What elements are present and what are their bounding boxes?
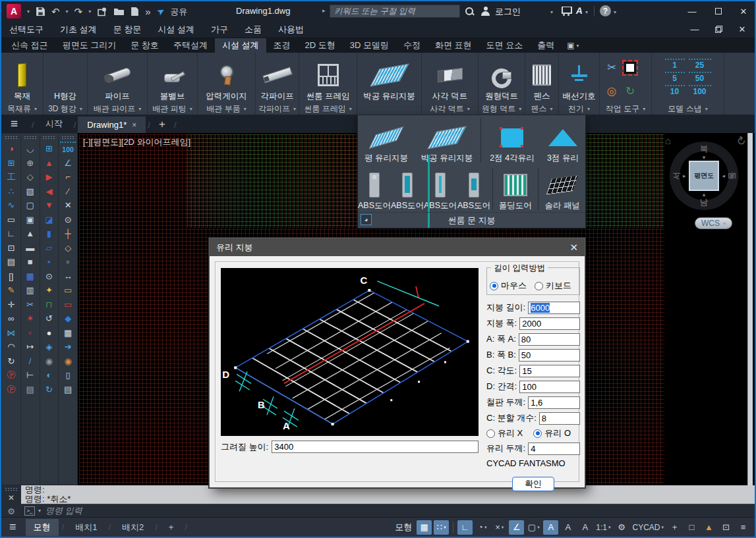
field-input-1[interactable]: 2000 [519, 317, 580, 330]
ribbon-group-배관 피팅[interactable]: 배관 피팅▾ [148, 103, 197, 115]
help-icon[interactable]: ? [600, 5, 611, 16]
polar-tracking-icon[interactable]: ◔▾ [475, 520, 490, 535]
command-settings-icon[interactable]: ⚙ [7, 506, 15, 516]
wipeout-icon[interactable] [624, 62, 636, 74]
fillet-icon[interactable]: ◠ [3, 340, 19, 354]
point-snap-icon[interactable]: ▫ [60, 255, 76, 269]
clean-screen-icon[interactable]: ⊡ [718, 520, 734, 535]
ribbon-group-작업 도구[interactable]: 작업 도구▾ [600, 103, 651, 115]
ribbon-tool-펜스[interactable]: 펜스 [525, 53, 558, 103]
export-3d-icon[interactable]: ◈ [41, 340, 57, 354]
design-center-icon[interactable]: ◑ [3, 142, 19, 156]
ok-button[interactable]: 확인 [512, 477, 554, 491]
undo-dropdown-icon[interactable]: ▾ [66, 9, 69, 14]
annotation-scale-icon[interactable]: A [577, 520, 593, 535]
scissors-icon[interactable]: ✂ [22, 298, 38, 312]
double-panel-icon[interactable]: ▮ [41, 227, 57, 241]
circle-center-icon[interactable]: ⊕ [22, 156, 38, 171]
model-snap-50-button[interactable]: 50 [689, 72, 711, 83]
flyout-item-평 유리지붕[interactable]: 평 유리지붕 [358, 115, 415, 165]
layout-tab-배치2[interactable]: 배치2 [114, 519, 152, 536]
ribbon-tool-배선기호[interactable]: 배선기호 [559, 53, 599, 103]
minimize-button[interactable]: — [682, 4, 702, 18]
ribbon-group-배관 부품[interactable]: 배관 부품▾ [198, 103, 255, 115]
field-input-4[interactable]: 15 [519, 365, 580, 377]
orbit-icon[interactable]: ↺ [41, 311, 57, 326]
radio-option-키보드[interactable]: 키보드 [535, 280, 571, 292]
quick-view-icon[interactable]: ✦ [41, 283, 57, 298]
viewcube-east[interactable]: 동 [726, 172, 738, 180]
ribbon-tab-조경[interactable]: 조경 [266, 38, 298, 53]
align-up-icon[interactable]: ▲ [41, 156, 57, 171]
grid-icon[interactable]: ▦ [417, 520, 432, 535]
dim-linear-icon[interactable]: ↔ [60, 269, 76, 284]
lineweight-icon[interactable]: ∠ [509, 520, 524, 535]
glass-thickness-input[interactable]: 4 [528, 443, 580, 455]
maximize-button[interactable] [709, 4, 728, 18]
tab-start[interactable]: 시작 [36, 115, 72, 133]
hatch-panel-icon[interactable]: ▤ [3, 255, 19, 269]
snap-mode-icon[interactable]: ∷▾ [434, 520, 449, 535]
wmf-export-icon[interactable]: ➔ [60, 340, 76, 354]
node-link-icon[interactable]: ∴ [3, 184, 19, 199]
field-input-3[interactable]: 50 [519, 349, 580, 362]
align-left-icon[interactable]: ◀ [41, 184, 57, 199]
customize-plus-icon[interactable]: + [667, 520, 682, 535]
redo-icon[interactable]: ↷ [74, 7, 83, 16]
chain-icon[interactable]: ∞ [3, 311, 19, 326]
osnap-tracking-icon[interactable]: ×▾ [492, 520, 507, 535]
flyout-item-2점 4각유리[interactable]: 2점 4각유리 [482, 115, 542, 165]
parking-area-icon[interactable]: Ⓟ [3, 368, 19, 383]
panel-tilt-icon[interactable]: ▱ [41, 241, 57, 256]
drag-grip-icon[interactable] [42, 136, 55, 140]
field-input-7[interactable]: 8 [539, 412, 580, 425]
ribbon-tool-목재[interactable]: 목재 [1, 53, 43, 103]
cube-icon[interactable]: ■ [22, 255, 38, 269]
ribbon-tab-화면 표현[interactable]: 화면 표현 [428, 38, 479, 53]
menu-item-시설 설계[interactable]: 시설 설계 [158, 24, 194, 36]
isolate-warning-icon[interactable]: ▲ [701, 520, 716, 535]
angle-snap-icon[interactable]: ∠ [60, 156, 76, 171]
copy-solid-icon[interactable]: ▣ [22, 213, 38, 227]
quadrant-snap-icon[interactable]: ┼ [60, 227, 76, 241]
autodesk-dropdown-icon[interactable]: ▾ [585, 9, 588, 15]
drag-grip-icon[interactable] [5, 487, 18, 491]
viewcube-south[interactable]: 남 [700, 197, 708, 208]
menu-item-기초 설계[interactable]: 기초 설계 [60, 24, 97, 36]
ribbon-tab-2D 도형[interactable]: 2D 도형 [298, 38, 343, 53]
camera-icon[interactable]: ◉ [41, 354, 57, 369]
workspace-gear-icon[interactable]: ⚙ [614, 520, 629, 535]
pipe-line-icon[interactable]: ∿ [3, 198, 19, 213]
measure-icon[interactable]: ⊢ [22, 368, 38, 383]
close-button[interactable]: ✕ [734, 4, 753, 18]
doc-copy-icon[interactable]: ▯ [60, 368, 76, 383]
ribbon-tab-문 창호[interactable]: 문 창호 [123, 38, 166, 53]
cart-icon[interactable] [560, 7, 571, 15]
steel-column-icon[interactable]: 工 [3, 170, 19, 184]
ribbon-group-사각 덕트[interactable]: 사각 덕트▾ [422, 103, 478, 115]
ribbon-tool-H형강[interactable]: H형강 [44, 53, 87, 103]
new-drawing-button[interactable]: + [152, 118, 172, 133]
more-tools-icon[interactable]: » [145, 7, 150, 16]
wcs-dropdown[interactable]: WCS▾ [695, 217, 732, 229]
sphere-icon[interactable]: ● [41, 326, 57, 340]
layout-tab-모형[interactable]: 모형 [26, 519, 59, 536]
ribbon-group-펜스[interactable]: 펜스▾ [525, 103, 558, 115]
login-dropdown-icon[interactable]: ▾ [550, 9, 553, 15]
menu-item-선택도구[interactable]: 선택도구 [9, 24, 44, 36]
intersection-snap-icon[interactable]: ✕ [60, 198, 76, 213]
search-collapse-icon[interactable]: ▸ [322, 7, 326, 14]
ribbon-group-원형 덕트[interactable]: 원형 덕트▾ [479, 103, 525, 115]
tab-close-icon[interactable]: × [132, 121, 136, 130]
plot-icon[interactable]: ▤ [60, 383, 76, 397]
doc-close-button[interactable]: ✕ [735, 23, 749, 35]
model-snap-1-button[interactable]: 1 [665, 59, 685, 70]
model-snap-5-button[interactable]: 5 [665, 72, 685, 83]
flyout-item-폴딩도어[interactable]: 폴딩도어 [494, 165, 537, 213]
parking-spot-icon[interactable]: Ⓟ [3, 383, 19, 397]
center-snap-icon[interactable]: ⊙ [60, 213, 76, 227]
ribbon-tab-수정[interactable]: 수정 [396, 38, 428, 53]
cone-icon[interactable]: ▲ [22, 227, 38, 241]
ribbon-group-3D 형강[interactable]: 3D 형강▾ [44, 103, 87, 115]
autoscale-icon[interactable]: A [560, 520, 575, 535]
